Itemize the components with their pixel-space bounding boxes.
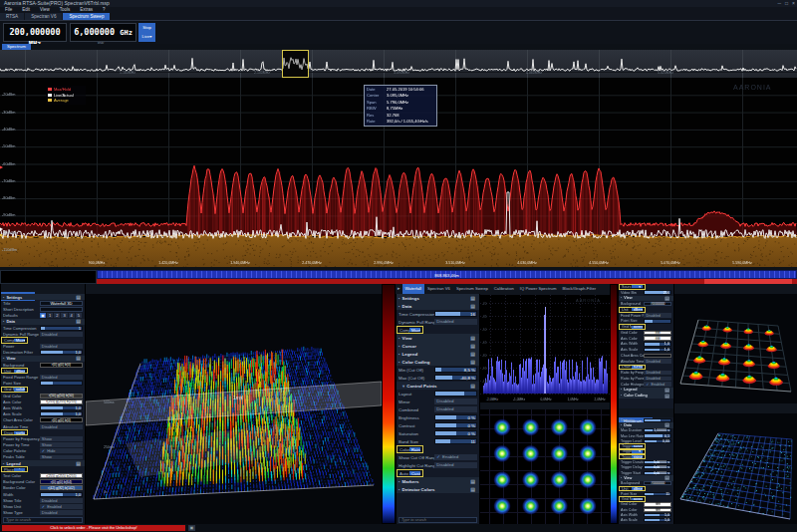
section-menu-icon[interactable]: ▤: [663, 394, 671, 399]
toggle-ratio-by-frequency[interactable]: Disabled: [644, 371, 671, 376]
row-color-coding[interactable]: ▪Color Coding▤: [397, 358, 479, 366]
checkbox-show-unit[interactable]: ✓Enabled: [40, 504, 83, 509]
toggle-combined[interactable]: Disabled: [434, 406, 477, 412]
slider-band-size[interactable]: 11: [434, 438, 477, 444]
checkbox-color-palette[interactable]: ✓Hide: [40, 448, 83, 453]
default-button-0[interactable]: ▣: [40, 313, 46, 317]
histogram-colorbar[interactable]: [610, 284, 618, 524]
dock-tab-spectrum-sweep[interactable]: Spectrum Sweep: [453, 284, 491, 294]
dock-tab-spectran-v6[interactable]: Spectran V6: [424, 284, 453, 294]
section-menu-icon[interactable]: ▤: [74, 461, 83, 466]
default-button-1[interactable]: 1: [47, 313, 53, 317]
slider-axis-scale[interactable]: 1,0: [644, 348, 671, 353]
section-menu-icon[interactable]: ▤: [663, 422, 671, 427]
row-settings[interactable]: ▪Settings▤: [1, 294, 85, 300]
stop-frequency-display[interactable]: 6,000000 GHz: [70, 23, 136, 42]
settings-search-input[interactable]: [398, 517, 477, 523]
slider-width[interactable]: 1,0: [40, 492, 83, 497]
checkbox-show-cut-off-ranges[interactable]: ✓Enabled: [434, 454, 477, 460]
default-button-4[interactable]: 4: [69, 313, 75, 317]
dock-tab-waterfall[interactable]: Waterfall: [402, 284, 424, 294]
slider-trigger-delay[interactable]: 0,00000 s: [644, 465, 671, 469]
slider-detector[interactable]: [644, 418, 671, 422]
slider-axis-width[interactable]: 1,0: [644, 342, 671, 347]
slider-min-cut-off[interactable]: 8,5 %: [434, 367, 477, 373]
section-menu-icon[interactable]: ▤: [468, 360, 477, 365]
row-detector-colors[interactable]: ▪Detector Colors▤: [397, 485, 479, 493]
section-menu-icon[interactable]: ▤: [663, 388, 671, 393]
slider-time-compression[interactable]: 1: [40, 326, 83, 331]
field-short-description[interactable]: [40, 307, 83, 312]
row-settings[interactable]: ▪Settings▤: [397, 294, 479, 302]
toggle-absolute-time[interactable]: Disabled: [40, 424, 83, 429]
history-scrollbar[interactable]: 868.863,46m: [97, 270, 797, 279]
toggle-power[interactable]: Disabled: [40, 344, 83, 349]
color-picker-background-color[interactable]: r(0) g(0) b(64): [40, 479, 83, 484]
dropdown-trigger-mode[interactable]: none▾: [632, 445, 643, 448]
app-tab-spectrum-sweep[interactable]: Spectrum Sweep: [63, 13, 110, 20]
slider-axis-width[interactable]: 1,0: [644, 513, 671, 517]
toggle-ratio-by-power[interactable]: Disabled: [644, 377, 671, 382]
section-menu-icon[interactable]: ▤: [663, 475, 671, 480]
toggle-highlight-cut-ranges[interactable]: Disabled: [434, 462, 477, 468]
dropdown-unit[interactable]: dBm▾: [632, 487, 643, 490]
dropdown-trigger-source[interactable]: ▾: [632, 450, 643, 453]
dropdown-trigger-condition[interactable]: rising▾: [632, 455, 643, 458]
slider-trigger-duration[interactable]: 5,00000 s: [644, 460, 671, 464]
color-picker-background[interactable]: r(0) g(0) b(0): [40, 363, 83, 368]
row-legend[interactable]: ▪Legend▤: [1, 460, 85, 466]
alert-icon[interactable]: ▣: [188, 525, 195, 531]
field-title[interactable]: Waterfall 3D: [40, 301, 83, 306]
section-menu-icon[interactable]: ▤: [468, 487, 477, 492]
dropdown-grid-mode[interactable]: dotted▾: [632, 326, 643, 329]
row-data[interactable]: ▪Data▤: [397, 302, 479, 310]
color-picker-grid-color[interactable]: ffffff: [644, 502, 671, 506]
row-data[interactable]: ▪Data▤: [619, 422, 673, 427]
slider-layout[interactable]: [434, 391, 477, 397]
stop-live-button[interactable]: Stop Live▾: [138, 23, 155, 42]
section-menu-icon[interactable]: ▤: [74, 295, 83, 300]
section-menu-icon[interactable]: ▤: [663, 296, 671, 301]
dropdown-grid-mode[interactable]: dotted▾: [632, 498, 643, 501]
toggle-power-by-frequency[interactable]: Show: [40, 436, 83, 441]
scrollbar-corner[interactable]: [0, 270, 97, 284]
app-tab-rtsa[interactable]: RTSA: [0, 13, 24, 20]
row-data[interactable]: ▪Data▤: [1, 319, 85, 325]
row-view[interactable]: ▪View▤: [1, 356, 85, 362]
toggle-dynamic-full-range[interactable]: Disabled: [434, 319, 477, 325]
section-menu-icon[interactable]: ▤: [468, 479, 477, 484]
slider-contrast[interactable]: 0 %: [434, 422, 477, 428]
checkbox-color-histogram[interactable]: ✓Enabled: [644, 382, 671, 387]
section-menu-icon[interactable]: ▤: [468, 384, 477, 389]
row-markers[interactable]: ▪Markers▤: [397, 477, 479, 485]
default-button-3[interactable]: 3: [61, 313, 67, 317]
slider-trigger-level[interactable]: 0,00: [644, 439, 671, 443]
field-background[interactable]: #000000: [644, 481, 671, 485]
color-picker-axis-color[interactable]: ffffff: [644, 336, 671, 341]
toggle-peaks-table[interactable]: Show: [40, 455, 83, 460]
row-color-coding[interactable]: ▪Color Coding▤: [619, 393, 673, 399]
start-frequency-display[interactable]: 200,000000 MHz: [3, 23, 67, 42]
slider-max-cut-off[interactable]: -40,8 %: [434, 375, 477, 381]
slider-axis-scale[interactable]: 1,0: [644, 518, 671, 522]
section-menu-icon[interactable]: ▤: [74, 356, 83, 361]
slider-point-size[interactable]: 11: [644, 492, 671, 496]
toggle-fixed-power-range[interactable]: Disabled: [644, 313, 671, 318]
color-picker-grid-color[interactable]: ffffff: [644, 331, 671, 336]
row-control-points[interactable]: ▾Control Points▤: [397, 382, 479, 390]
slider-point-size[interactable]: [40, 381, 83, 386]
toggle-dynamic-full-range[interactable]: Disabled: [40, 332, 83, 337]
dropdown-draw-mode[interactable]: surface▾: [14, 431, 25, 434]
toggle-fixed-power-range[interactable]: Disabled: [40, 375, 83, 380]
histogram-3d-view[interactable]: [674, 413, 797, 524]
license-alert[interactable]: Click to unlock order - Please visit the…: [2, 525, 185, 531]
dropdown-grid-mode[interactable]: solid▾: [14, 388, 25, 391]
dock-tab-calibration[interactable]: Calibration: [491, 284, 517, 294]
preview-selection-box[interactable]: [282, 50, 309, 78]
color-picker-border-color[interactable]: r(42) g(82) b(142): [40, 485, 83, 490]
default-button-2[interactable]: 2: [54, 313, 60, 317]
section-menu-icon[interactable]: ▤: [468, 336, 477, 341]
dropdown-unit[interactable]: dBm▾: [632, 308, 643, 311]
toggle-power-by-time[interactable]: Show: [40, 442, 83, 447]
row-view[interactable]: ▪View▤: [619, 475, 673, 480]
